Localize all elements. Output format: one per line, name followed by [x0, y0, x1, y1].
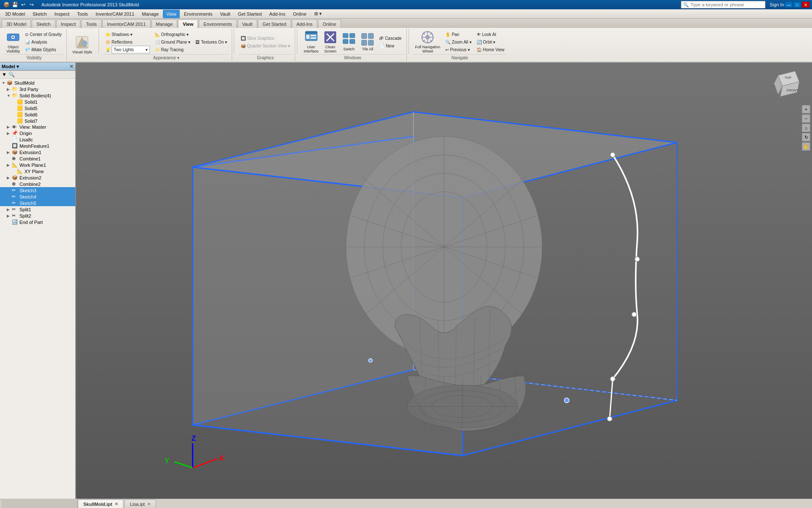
- tree-expand[interactable]: ▶: [7, 150, 12, 155]
- model-panel-close[interactable]: ✕: [69, 64, 74, 69]
- search-input[interactable]: [691, 2, 758, 7]
- tile-all-btn[interactable]: Tile All: [359, 30, 376, 53]
- tree-item[interactable]: 🟨Solid1: [0, 99, 75, 105]
- tab-skullmold[interactable]: SkullMold.ipt ✕: [78, 500, 123, 508]
- tree-item[interactable]: ▶📌Origin: [0, 130, 75, 136]
- undo-btn[interactable]: ↩: [19, 1, 27, 8]
- lights-combo[interactable]: Two Lights ▾: [112, 46, 150, 53]
- tree-expand[interactable]: ▶: [7, 131, 12, 135]
- minimize-btn[interactable]: —: [785, 2, 793, 8]
- tab-manage[interactable]: Manage: [151, 19, 178, 28]
- zoom-all-btn[interactable]: 🔍 Zoom All ▾: [443, 39, 474, 46]
- menu-expand[interactable]: ⊞ ▾: [311, 10, 325, 18]
- redo-btn[interactable]: ↪: [28, 1, 36, 8]
- tree-item[interactable]: 🔲MeshFeature1: [0, 143, 75, 149]
- textures-btn[interactable]: 🖼 Textures On ▾: [193, 39, 229, 46]
- full-nav-wheel-btn[interactable]: Full NavigationWheel: [413, 30, 443, 53]
- ground-plane-btn[interactable]: ⬜ Ground Plane ▾: [153, 39, 193, 46]
- tree-item[interactable]: ✏Sketch3: [0, 187, 75, 193]
- quarter-section-btn[interactable]: 📦 Quarter Section View ▾: [239, 42, 292, 50]
- tree-expand[interactable]: ▶: [7, 176, 12, 180]
- imate-glyphs-btn[interactable]: 💎 iMate Glyphs: [23, 46, 64, 53]
- tree-item[interactable]: 📄Lisa8c: [0, 136, 75, 143]
- tree-expand[interactable]: ▶: [7, 87, 12, 91]
- tree-expand[interactable]: ▼: [7, 94, 12, 98]
- tree-item[interactable]: ▶📦Extrusion1: [0, 149, 75, 155]
- orbit-btn[interactable]: 🔄 Orbit ▾: [475, 39, 507, 46]
- tree-item[interactable]: ✏Sketch4: [0, 193, 75, 200]
- home-view-btn[interactable]: 🏠 Home View: [475, 46, 507, 53]
- view-cube[interactable]: TOP L FRONT: [770, 67, 804, 101]
- tree-item[interactable]: 🟨Solid5: [0, 105, 75, 111]
- center-of-gravity-btn[interactable]: ⊙ Center of Gravity: [23, 31, 64, 38]
- menu-environments[interactable]: Environments: [181, 10, 216, 18]
- clean-screen-btn[interactable]: CleanScreen: [321, 30, 339, 53]
- tree-item[interactable]: 🔚End of Part: [0, 219, 75, 225]
- tree-item[interactable]: ▶✂Split2: [0, 213, 75, 219]
- viewport[interactable]: X Z Y TOP L FRONT + − ⌂ ↻ ✋: [76, 63, 812, 499]
- tree-expand[interactable]: ▼: [2, 81, 7, 85]
- user-interface-btn[interactable]: UserInterface: [302, 30, 321, 53]
- reflections-btn[interactable]: 🔆 Reflections: [103, 39, 152, 46]
- menu-addins[interactable]: Add-Ins: [266, 10, 289, 18]
- menu-inventorcam[interactable]: InventorCAM 2011: [92, 10, 138, 18]
- tab-getstarted[interactable]: Get Started: [258, 19, 291, 28]
- analysis-btn[interactable]: 📊 Analysis: [23, 39, 64, 46]
- pan-btn[interactable]: ✋ Pan: [443, 31, 474, 38]
- orthographic-btn[interactable]: 📐 Orthographic ▾: [153, 31, 193, 38]
- home-ctrl[interactable]: ⌂: [802, 124, 810, 132]
- tab-view[interactable]: View: [178, 19, 198, 28]
- look-at-btn[interactable]: 👁 Look At: [475, 31, 507, 38]
- search-area[interactable]: 🔍: [681, 1, 765, 8]
- tab-lisa-close[interactable]: ✕: [147, 502, 151, 506]
- slice-graphics-btn[interactable]: 🔲 Slice Graphics: [239, 35, 292, 42]
- tab-online[interactable]: Online: [318, 19, 341, 28]
- shadows-btn[interactable]: 🌟 Shadows ▾: [103, 31, 152, 38]
- tree-item[interactable]: ▼📁Solid Bodies(4): [0, 92, 75, 99]
- lights-btn[interactable]: 💡 Two Lights ▾: [103, 46, 152, 53]
- switch-btn[interactable]: Switch: [340, 30, 358, 53]
- maximize-btn[interactable]: □: [793, 2, 801, 8]
- tree-expand[interactable]: ▶: [7, 163, 12, 167]
- tab-tools[interactable]: Tools: [81, 19, 102, 28]
- app-menu-btn[interactable]: 📦: [3, 1, 10, 8]
- pan-ctrl[interactable]: ✋: [802, 142, 810, 151]
- tree-item[interactable]: ▶📐Work Plane1: [0, 162, 75, 168]
- tree-expand[interactable]: ▶: [7, 214, 12, 218]
- sign-in-link[interactable]: Sign In: [770, 2, 784, 7]
- tree-item[interactable]: 🟨Solid6: [0, 111, 75, 118]
- menu-online[interactable]: Online: [290, 10, 310, 18]
- tree-item[interactable]: ⊕Combine1: [0, 155, 75, 162]
- tree-item[interactable]: ✏Sketch5: [0, 200, 75, 206]
- object-visibility-btn[interactable]: ObjectVisibility: [4, 30, 22, 53]
- save-btn[interactable]: 💾: [11, 1, 19, 8]
- ray-tracing-btn[interactable]: ✨ Ray Tracing: [153, 46, 193, 53]
- zoom-out-ctrl[interactable]: −: [802, 114, 810, 123]
- tree-item[interactable]: ▼📦SkullMold: [0, 80, 75, 86]
- zoom-in-ctrl[interactable]: +: [802, 105, 810, 113]
- orbit-ctrl[interactable]: ↻: [802, 133, 810, 141]
- tree-item[interactable]: ▶📦Extrusion2: [0, 174, 75, 181]
- menu-vault[interactable]: Vault: [217, 10, 233, 18]
- tab-3dmodel[interactable]: 3D Model: [2, 19, 31, 28]
- menu-3dmodel[interactable]: 3D Model: [2, 10, 28, 18]
- tree-item[interactable]: ▶📁3rd Party: [0, 86, 75, 92]
- menu-tools[interactable]: Tools: [74, 10, 91, 18]
- tree-item[interactable]: ⊕Combine2: [0, 181, 75, 187]
- tab-skullmold-close[interactable]: ✕: [115, 502, 118, 506]
- search-tree-btn[interactable]: 🔍: [8, 72, 15, 77]
- visual-style-btn[interactable]: Visual Style: [70, 33, 94, 56]
- tree-expand[interactable]: ▶: [7, 125, 12, 129]
- cascade-btn[interactable]: 🗗 Cascade: [377, 35, 403, 42]
- tab-addins[interactable]: Add-Ins: [292, 19, 317, 28]
- tab-inspect[interactable]: Inspect: [56, 19, 80, 28]
- menu-getstarted[interactable]: Get Started: [235, 10, 265, 18]
- filter-btn[interactable]: ▼: [2, 72, 7, 77]
- tab-environments[interactable]: Environments: [199, 19, 236, 28]
- menu-sketch[interactable]: Sketch: [29, 10, 50, 18]
- tab-vault[interactable]: Vault: [238, 19, 257, 28]
- tab-sketch[interactable]: Sketch: [32, 19, 55, 28]
- tree-item[interactable]: ▶👁View: Master: [0, 124, 75, 130]
- tab-lisa[interactable]: Lisa.ipt ✕: [124, 500, 156, 508]
- tree-item[interactable]: ▶✂Split1: [0, 206, 75, 213]
